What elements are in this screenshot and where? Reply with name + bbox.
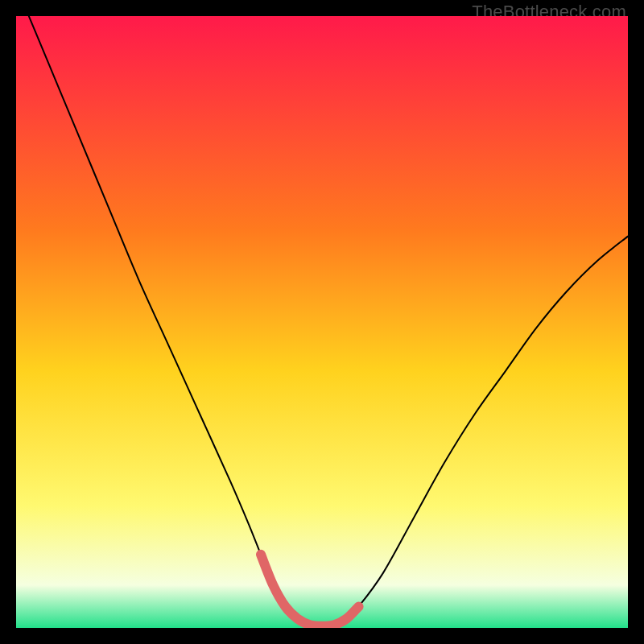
plot-area [16,16,628,628]
chart-frame: TheBottleneck.com [0,0,644,644]
bottleneck-chart [16,16,628,628]
gradient-background [16,16,628,628]
